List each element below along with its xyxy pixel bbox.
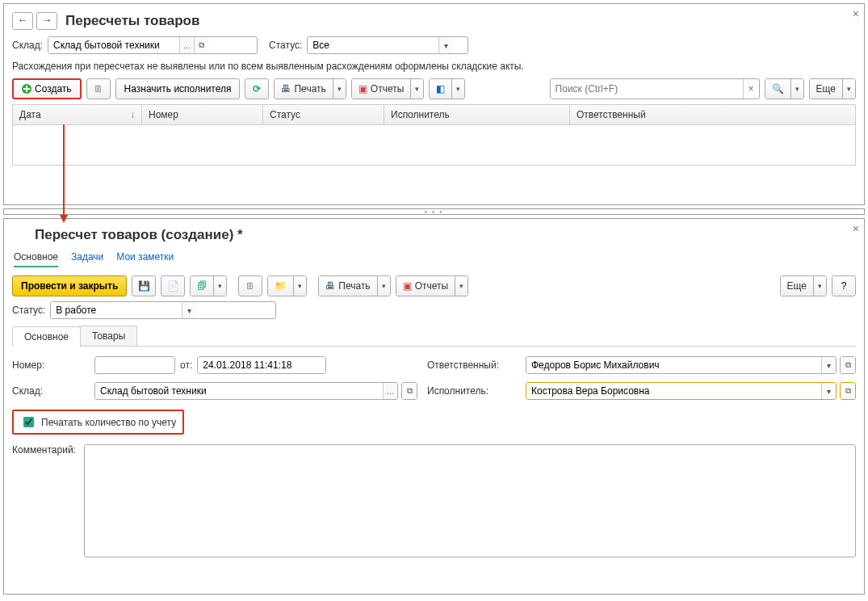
- create-button[interactable]: Создать: [12, 78, 82, 99]
- post-button[interactable]: 📄: [161, 275, 185, 296]
- create-based-dropdown[interactable]: ▾: [213, 276, 226, 296]
- assign-executor-button[interactable]: Назначить исполнителя: [115, 78, 241, 99]
- warehouse-input[interactable]: [48, 37, 179, 53]
- print-qty-checkbox[interactable]: [23, 417, 34, 427]
- print-qty-checkbox-group: Печатать количество по учету: [12, 410, 184, 435]
- reports-split-button[interactable]: ▣Отчеты ▾: [396, 275, 468, 296]
- more-button[interactable]: Еще ▾: [809, 78, 856, 99]
- tab-notes-link[interactable]: Мои заметки: [116, 251, 174, 267]
- search-go-button[interactable]: 🔍 ▾: [765, 78, 804, 99]
- number-label: Номер:: [12, 359, 85, 371]
- document-icon: 🗎: [245, 280, 255, 292]
- reports-split-button[interactable]: ▣Отчеты ▾: [351, 78, 424, 99]
- page-title: Пересчеты товаров: [65, 13, 199, 29]
- copy-icon: 🗐: [197, 280, 207, 292]
- col-responsible[interactable]: Ответственный: [570, 105, 855, 124]
- warehouse-select-button[interactable]: …: [179, 37, 194, 53]
- doc-button[interactable]: 🗎: [238, 275, 262, 296]
- tab-tovary[interactable]: Товары: [80, 326, 137, 346]
- col-date[interactable]: Дата↓: [13, 105, 142, 124]
- recount-create-pane: × Пересчет товаров (создание) * Основное…: [3, 218, 865, 595]
- extra-dropdown[interactable]: ▾: [451, 79, 464, 99]
- magnify-icon: 🔍: [772, 83, 784, 95]
- extra-split-button[interactable]: ◧ ▾: [429, 78, 465, 99]
- responsible-label: Ответственный:: [427, 359, 516, 371]
- warehouse-input[interactable]: [95, 383, 383, 399]
- print-qty-label: Печатать количество по учету: [41, 417, 176, 428]
- warehouse-open-button[interactable]: ⧉: [194, 37, 208, 53]
- copy-button[interactable]: 🗎: [86, 78, 111, 99]
- print-split-button[interactable]: 🖶Печать ▾: [318, 275, 390, 296]
- print-split-button[interactable]: 🖶Печать ▾: [274, 78, 346, 99]
- folder-icon: 📁: [275, 280, 287, 292]
- tab-osnovnoe[interactable]: Основное: [12, 326, 81, 347]
- gear-icon: ◧: [436, 83, 445, 95]
- create-based-button[interactable]: 🗐 ▾: [190, 275, 227, 296]
- responsible-input[interactable]: [526, 357, 821, 373]
- plus-icon: [22, 84, 31, 94]
- print-dropdown[interactable]: ▾: [377, 276, 390, 296]
- col-status[interactable]: Статус: [263, 105, 384, 124]
- search-clear-button[interactable]: ×: [743, 79, 759, 99]
- chart-icon: ▣: [359, 83, 367, 95]
- executor-dropdown-button[interactable]: ▾: [821, 383, 836, 399]
- info-text: Расхождения при пересчетах не выявлены и…: [12, 61, 856, 72]
- sort-down-icon: ↓: [130, 109, 135, 120]
- executor-open-button[interactable]: ⧉: [841, 383, 855, 399]
- comment-textarea[interactable]: [84, 444, 856, 557]
- warehouse-open-button[interactable]: ⧉: [402, 383, 417, 399]
- status-label: Статус:: [12, 305, 45, 316]
- responsible-open-button[interactable]: ⧉: [841, 357, 855, 373]
- folder-split-button[interactable]: 📁 ▾: [267, 275, 307, 296]
- tab-tasks-link[interactable]: Задачи: [71, 251, 103, 267]
- more-dropdown[interactable]: ▾: [842, 79, 855, 99]
- status-input[interactable]: [308, 37, 438, 53]
- recount-list-pane: × ← → Пересчеты товаров Склад: … ⧉ Стату…: [3, 3, 865, 205]
- annotation-arrow: [63, 124, 65, 221]
- refresh-icon: ⟳: [253, 83, 261, 95]
- comment-label: Комментарий:: [12, 444, 76, 456]
- chart-icon: ▣: [403, 280, 412, 292]
- save-icon: 💾: [138, 280, 150, 292]
- pane-splitter[interactable]: ● ● ●: [3, 208, 865, 215]
- status-input[interactable]: [51, 302, 182, 318]
- close-icon[interactable]: ×: [853, 7, 859, 20]
- help-button[interactable]: ?: [832, 275, 856, 296]
- refresh-button[interactable]: ⟳: [245, 78, 269, 99]
- executor-label: Исполнитель:: [427, 385, 516, 397]
- print-dropdown[interactable]: ▾: [333, 79, 346, 99]
- status-dropdown-button[interactable]: ▾: [182, 302, 196, 318]
- warehouse-label: Склад:: [12, 385, 85, 397]
- more-button[interactable]: Еще ▾: [780, 275, 827, 296]
- col-number[interactable]: Номер: [142, 105, 263, 124]
- more-dropdown[interactable]: ▾: [813, 276, 826, 296]
- printer-icon: 🖶: [325, 280, 335, 292]
- page-title: Пересчет товаров (создание) *: [35, 227, 856, 243]
- nav-back-button[interactable]: ←: [12, 12, 33, 30]
- search-dropdown[interactable]: ▾: [790, 79, 803, 99]
- post-icon: 📄: [167, 280, 179, 292]
- responsible-dropdown-button[interactable]: ▾: [821, 357, 836, 373]
- reports-dropdown[interactable]: ▾: [455, 276, 468, 296]
- table-body[interactable]: [12, 125, 856, 166]
- nav-forward-button[interactable]: →: [36, 12, 57, 30]
- search-input[interactable]: [551, 79, 743, 99]
- date-input[interactable]: [198, 357, 326, 373]
- number-input[interactable]: [94, 356, 175, 374]
- post-and-close-button[interactable]: Провести и закрыть: [12, 275, 127, 296]
- printer-icon: 🖶: [281, 83, 291, 95]
- status-label: Статус:: [269, 40, 302, 51]
- close-icon[interactable]: ×: [853, 222, 859, 235]
- executor-input[interactable]: [526, 383, 821, 399]
- folder-dropdown[interactable]: ▾: [293, 276, 306, 296]
- warehouse-select-button[interactable]: …: [383, 383, 397, 399]
- tab-main-link[interactable]: Основное: [14, 251, 58, 267]
- save-button[interactable]: 💾: [132, 275, 156, 296]
- reports-dropdown[interactable]: ▾: [410, 79, 423, 99]
- table-header: Дата↓ Номер Статус Исполнитель Ответстве…: [12, 104, 856, 125]
- col-executor[interactable]: Исполнитель: [384, 105, 570, 124]
- warehouse-label: Склад:: [12, 40, 43, 51]
- status-dropdown-button[interactable]: ▾: [438, 37, 453, 53]
- from-label: от:: [180, 359, 192, 371]
- document-icon: 🗎: [94, 83, 103, 95]
